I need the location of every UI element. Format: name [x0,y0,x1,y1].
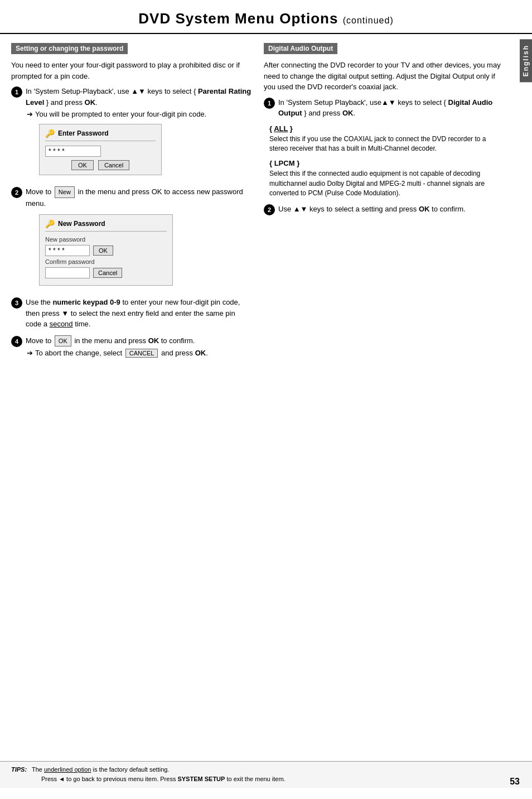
dialog-title-new-password: 🔑 New Password [45,219,167,232]
step-1-arrow-bullet: ➔ You will be prompted to enter your fou… [27,110,253,118]
second-underline: second [50,320,73,328]
new-pw-label-1: New password [45,236,95,243]
arrows-updown-r1: ▲▼ [381,98,396,107]
all-option-label: { ALL } [269,124,505,133]
ok-label-4: OK [148,336,159,345]
all-option-block: { ALL } Select this if you use the COAXI… [269,124,505,154]
new-pw-label-2: Confirm password [45,258,95,265]
step-num-2: 2 [11,187,22,198]
right-step-2-content: Use ▲▼ keys to select a setting and pres… [278,204,505,215]
step-2-text: Move to New in the menu and press OK to … [26,186,253,209]
side-tab-english: English [520,39,532,82]
dialog-title-enter-password: 🔑 Enter Password [45,129,156,141]
right-column: Digital Audio Output After connecting th… [264,43,505,365]
page-title: DVD System Menu Options (continued) [11,10,521,27]
tip1-text: The underlined option is the factory def… [32,766,169,773]
new-button-inline: New [55,186,75,198]
password-section-header: Setting or changing the password [11,43,128,54]
right-step-2-text: Use ▲▼ keys to select a setting and pres… [278,204,505,215]
new-pw-cancel-button[interactable]: Cancel [93,268,122,278]
lpcm-option-desc: Select this if the connected audio equip… [269,169,505,198]
arrows-updown-1: ▲▼ [131,87,146,95]
lpcm-bold: LPCM [274,159,295,167]
all-option-desc: Select this if you use the COAXIAL jack … [269,134,505,154]
password-field[interactable] [45,146,156,157]
page-number: 53 [510,777,520,787]
new-password-dialog: 🔑 New Password New password OK [39,214,173,286]
left-column: Setting or changing the password You nee… [11,43,253,365]
page-header: DVD System Menu Options (continued) [0,0,532,34]
ok-button-inline: OK [55,335,71,347]
right-step-num-2: 2 [264,204,275,215]
ok-label-r2: OK [419,205,430,213]
key-icon-2: 🔑 [45,219,55,228]
new-pw-input-row-1: OK [45,245,167,256]
digital-audio-intro: After connecting the DVD recorder to you… [264,60,505,93]
step-num-1: 1 [11,86,22,98]
lpcm-option-block: { LPCM } Select this if the connected au… [269,159,505,198]
right-step-2: 2 Use ▲▼ keys to select a setting and pr… [264,204,505,215]
lpcm-option-label: { LPCM } [269,159,505,167]
right-step-1-content: In 'System Setup Playback', use▲▼ keys t… [278,97,505,119]
dialog-ok-button-1[interactable]: OK [71,160,94,170]
enter-password-dialog: 🔑 Enter Password OK Cancel [39,124,162,175]
step-1-content: In 'System Setup-Playback', use ▲▼ keys … [26,86,253,181]
step-4-content: Move to OK in the menu and press OK to c… [26,335,253,358]
password-input[interactable] [45,146,101,157]
underlined-option-text: underlined option [44,766,91,773]
ok-label-4b: OK [195,349,206,357]
page: DVD System Menu Options (continued) Engl… [0,0,532,799]
step-3-text: Use the numeric keypad 0-9 to enter your… [26,297,253,330]
step-3-content: Use the numeric keypad 0-9 to enter your… [26,297,253,330]
step-3: 3 Use the numeric keypad 0-9 to enter yo… [11,297,253,330]
confirm-password-input[interactable] [45,267,90,278]
system-setup-label: SYSTEM SETUP [177,776,225,782]
step-4: 4 Move to OK in the menu and press OK to… [11,335,253,358]
right-step-num-1: 1 [264,98,275,109]
key-icon: 🔑 [45,129,55,138]
content-area: Setting or changing the password You nee… [0,43,516,365]
dialog-buttons-1: OK Cancel [45,160,156,170]
continued-text: (continued) [343,16,394,25]
right-step-1: 1 In 'System Setup Playback', use▲▼ keys… [264,97,505,119]
ok-label-r1: OK [342,109,354,117]
step-1-text: In 'System Setup-Playback', use ▲▼ keys … [26,86,253,108]
right-step-1-text: In 'System Setup Playback', use▲▼ keys t… [278,97,505,119]
ok-label-1: OK [85,98,96,107]
digital-audio-section-header: Digital Audio Output [264,43,337,54]
new-pw-input-row-2: Cancel [45,267,167,278]
dialog-cancel-button-1[interactable]: Cancel [98,160,129,170]
step-2: 2 Move to New in the menu and press OK t… [11,186,253,291]
new-pw-ok-button[interactable]: OK [93,246,113,256]
step-1: 1 In 'System Setup-Playback', use ▲▼ key… [11,86,253,181]
step-4-text: Move to OK in the menu and press OK to c… [26,335,253,347]
new-pw-row-1: New password [45,236,167,243]
numeric-keypad-label: numeric keypad 0-9 [52,298,120,306]
all-underline: ALL [274,124,288,133]
cancel-button-inline: CANCEL [125,349,158,358]
tips-label: TIPS: [11,766,27,773]
step-4-arrow-bullet: ➔ To abort the change, select CANCEL and… [27,349,253,358]
digital-audio-section: Digital Audio Output After connecting th… [264,43,505,215]
page-footer: TIPS: The underlined option is the facto… [0,761,532,788]
step-num-3: 3 [11,297,22,309]
password-intro: You need to enter your four-digit passwo… [11,60,253,81]
arrows-updown-r2: ▲▼ [293,205,308,213]
password-section: Setting or changing the password You nee… [11,43,253,358]
step-2-content: Move to New in the menu and press OK to … [26,186,253,291]
new-password-input[interactable] [45,245,90,256]
step-num-4: 4 [11,336,22,347]
title-text: DVD System Menu Options [138,10,338,27]
new-pw-row-2: Confirm password [45,258,167,265]
tip2-text: Press ◄ to go back to previous menu item… [41,776,286,782]
